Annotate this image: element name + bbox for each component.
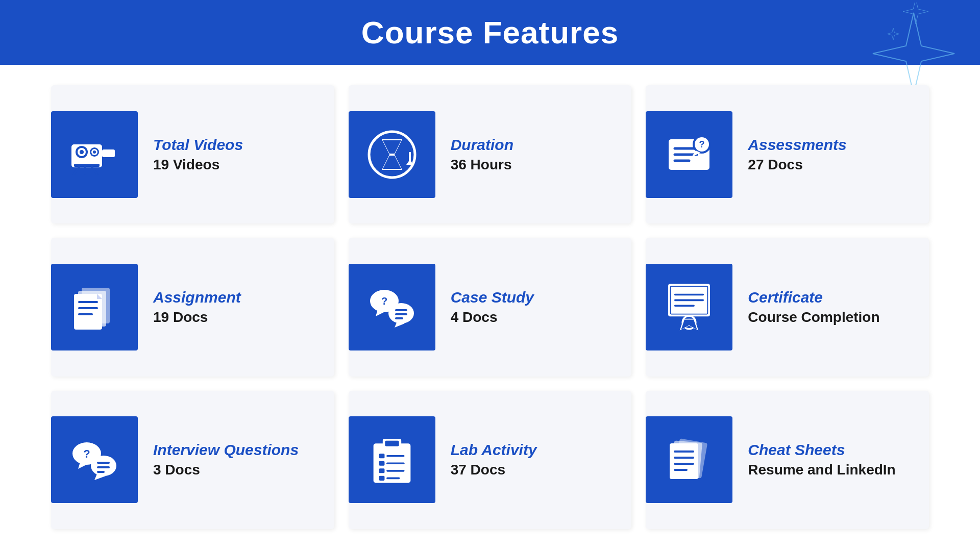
svg-line-8 bbox=[74, 167, 79, 174]
assignment-value: 19 Docs bbox=[153, 309, 241, 325]
total-videos-icon-box bbox=[51, 111, 138, 198]
assessments-icon-box: ? bbox=[646, 111, 732, 198]
certificate-text: Certificate Course Completion bbox=[748, 289, 879, 325]
assignment-icon-box bbox=[51, 264, 138, 350]
feature-card-certificate: Certificate Course Completion bbox=[646, 238, 929, 376]
case-study-icon-box: ? bbox=[349, 264, 435, 350]
lab-activity-text: Lab Activity 37 Docs bbox=[451, 441, 537, 478]
video-icon bbox=[69, 129, 120, 180]
svg-text:?: ? bbox=[83, 447, 90, 460]
feature-card-total-videos: Total Videos 19 Videos bbox=[51, 85, 334, 223]
feature-card-assignment: Assignment 19 Docs bbox=[51, 238, 334, 376]
svg-rect-11 bbox=[102, 149, 115, 157]
lab-icon bbox=[366, 434, 418, 485]
certificate-title: Certificate bbox=[748, 289, 879, 306]
svg-line-9 bbox=[92, 167, 97, 174]
lab-activity-title: Lab Activity bbox=[451, 441, 537, 459]
assessments-value: 27 Docs bbox=[748, 157, 846, 173]
svg-rect-55 bbox=[379, 469, 384, 473]
interview-questions-value: 3 Docs bbox=[153, 462, 299, 478]
feature-card-duration: Duration 36 Hours bbox=[349, 85, 632, 223]
feature-card-cheat-sheets: Cheat Sheets Resume and LinkedIn bbox=[646, 391, 929, 529]
svg-rect-61 bbox=[670, 443, 698, 479]
duration-text: Duration 36 Hours bbox=[451, 136, 513, 173]
interview-questions-title: Interview Questions bbox=[153, 441, 299, 459]
assignment-icon bbox=[69, 282, 120, 333]
svg-rect-51 bbox=[379, 454, 384, 459]
certificate-icon-box bbox=[646, 264, 732, 350]
certificate-value: Course Completion bbox=[748, 309, 879, 325]
total-videos-value: 19 Videos bbox=[153, 157, 243, 173]
cheat-sheets-value: Resume and LinkedIn bbox=[748, 462, 895, 478]
total-videos-title: Total Videos bbox=[153, 136, 243, 154]
svg-point-6 bbox=[93, 151, 96, 154]
feature-card-assessments: ? Assessments 27 Docs bbox=[646, 85, 929, 223]
features-grid: Total Videos 19 Videos Duration 36 Hour bbox=[0, 65, 980, 549]
svg-rect-53 bbox=[379, 461, 384, 466]
svg-rect-57 bbox=[379, 476, 384, 481]
svg-text:?: ? bbox=[381, 295, 387, 307]
assignment-title: Assignment bbox=[153, 289, 241, 306]
duration-icon bbox=[366, 129, 418, 180]
cheat-sheets-text: Cheat Sheets Resume and LinkedIn bbox=[748, 441, 895, 478]
case-study-value: 4 Docs bbox=[451, 309, 534, 325]
assessments-title: Assessments bbox=[748, 136, 846, 154]
svg-text:?: ? bbox=[699, 139, 705, 149]
feature-card-interview-questions: ? Interview Questions 3 Docs bbox=[51, 391, 334, 529]
duration-title: Duration bbox=[451, 136, 513, 154]
case-study-text: Case Study 4 Docs bbox=[451, 289, 534, 325]
lab-activity-icon-box bbox=[349, 416, 435, 503]
cheat-sheet-icon bbox=[664, 434, 715, 485]
assessment-icon: ? bbox=[664, 129, 715, 180]
page-title: Course Features bbox=[0, 14, 980, 51]
total-videos-text: Total Videos 19 Videos bbox=[153, 136, 243, 173]
feature-card-case-study: ? Case Study 4 Docs bbox=[349, 238, 632, 376]
interview-questions-text: Interview Questions 3 Docs bbox=[153, 441, 299, 478]
lab-activity-value: 37 Docs bbox=[451, 462, 537, 478]
certificate-icon bbox=[664, 282, 715, 333]
svg-point-3 bbox=[80, 150, 84, 154]
interview-questions-icon-box: ? bbox=[51, 416, 138, 503]
assignment-text: Assignment 19 Docs bbox=[153, 289, 241, 325]
svg-rect-24 bbox=[74, 294, 102, 330]
case-study-title: Case Study bbox=[451, 289, 534, 306]
cheat-sheets-icon-box bbox=[646, 416, 732, 503]
assessments-text: Assessments 27 Docs bbox=[748, 136, 846, 173]
duration-icon-box bbox=[349, 111, 435, 198]
duration-value: 36 Hours bbox=[451, 157, 513, 173]
case-study-icon: ? bbox=[366, 282, 418, 333]
cheat-sheets-title: Cheat Sheets bbox=[748, 441, 895, 459]
feature-card-lab-activity: Lab Activity 37 Docs bbox=[349, 391, 632, 529]
page-header: Course Features bbox=[0, 0, 980, 65]
svg-rect-7 bbox=[74, 164, 100, 167]
svg-rect-50 bbox=[385, 441, 399, 446]
interview-icon: ? bbox=[69, 434, 120, 485]
